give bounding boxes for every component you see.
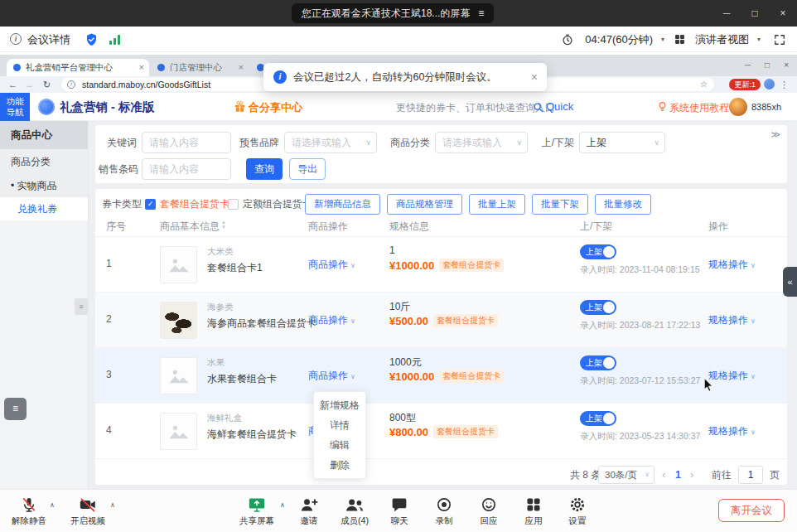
checkbox-package[interactable]: ✓ 套餐组合提货卡 (145, 194, 229, 215)
tab-close-icon[interactable]: × (139, 59, 144, 76)
browser-close-icon[interactable]: × (784, 55, 789, 76)
batch-off-button[interactable]: 批量下架 (532, 194, 588, 215)
product-op-label: 商品操作 (308, 259, 348, 270)
search-button[interactable]: 查询 (246, 158, 283, 180)
share-center-link[interactable]: 合分享中心 (249, 100, 302, 115)
product-op-link[interactable]: 商品操作∨ (308, 369, 355, 383)
dropdown-item-delete[interactable]: 删除 (314, 455, 365, 475)
page-size-select[interactable]: 30条/页 ∨ (598, 466, 655, 484)
dropdown-item-detail[interactable]: 详情 (314, 415, 365, 435)
browser-maximize-icon[interactable]: □ (765, 55, 770, 76)
sidebar-collapse-handle[interactable]: ≡ (75, 298, 88, 315)
shelf-toggle[interactable]: 上架 (580, 355, 616, 370)
spec-op-link[interactable]: 规格操作∨ (708, 258, 756, 272)
keyword-input[interactable] (142, 132, 231, 153)
spec-manage-button[interactable]: 商品规格管理 (387, 194, 462, 215)
mic-expand-icon[interactable]: ∧ (50, 501, 55, 509)
shelf-toggle[interactable]: 上架 (580, 244, 616, 259)
site-info-icon[interactable]: i (67, 80, 75, 89)
view-mode-label[interactable]: 演讲者视图 (695, 27, 749, 52)
leave-button[interactable]: 离开会议 (718, 499, 785, 522)
meeting-details-label[interactable]: 会议详情 (27, 27, 70, 52)
dropdown-item-edit[interactable]: 编辑 (314, 435, 365, 455)
shelf-toggle[interactable]: 上架 (580, 300, 616, 315)
record-button[interactable]: 录制 (421, 496, 467, 527)
browser-window-controls: ─ □ × (745, 55, 789, 76)
spec-op-link[interactable]: 规格操作∨ (708, 313, 756, 327)
view-caret-icon[interactable]: ▾ (757, 27, 761, 52)
row-no: 2 (106, 313, 112, 325)
collapse-filters-icon[interactable]: ≫ (770, 129, 780, 140)
browser-tab-active[interactable]: 礼盒营销平台管理中心 × (7, 59, 149, 76)
sidebar-item-physical[interactable]: • 实物商品 (0, 174, 88, 197)
mute-button[interactable]: 解除静音 (6, 496, 52, 527)
gift-icon (234, 100, 246, 113)
th-action: 操作 (708, 215, 728, 237)
banner-menu-icon[interactable]: ≡ (478, 7, 484, 19)
chat-button[interactable]: 聊天 (376, 496, 423, 527)
panel-collapse-handle[interactable]: « (783, 267, 797, 297)
timer-caret-icon[interactable]: ▾ (661, 27, 664, 52)
maximize-button[interactable]: □ (741, 0, 769, 27)
members-button[interactable]: 成员(4) (331, 496, 378, 527)
sidebar-item-voucher[interactable]: 兑换礼券 (0, 197, 88, 220)
dropdown-item-add-spec[interactable]: 新增规格 (314, 395, 365, 415)
share-expand-icon[interactable]: ∧ (280, 501, 285, 509)
toggle-knob (603, 302, 615, 313)
meeting-timer[interactable]: 04:47(60分钟) (585, 27, 653, 52)
network-signal-icon[interactable] (109, 35, 120, 45)
close-button[interactable]: × (769, 0, 797, 27)
table-row: 2 海参类 海参商品套餐组合提货卡 商品操作∨ 10斤 ¥500.00 套餐组合… (95, 293, 787, 348)
update-badge[interactable]: 更新:1 (729, 79, 761, 90)
shelf-toggle[interactable]: 上架 (580, 411, 616, 426)
shelf-select[interactable]: 上架 ∨ (579, 132, 665, 153)
add-product-button[interactable]: 新增商品信息 (305, 194, 380, 215)
checkbox-fixed[interactable]: 定额组合提货卡 (228, 194, 312, 215)
spec-op-link[interactable]: 规格操作∨ (708, 369, 756, 383)
quick-link[interactable]: Quick (546, 100, 573, 113)
brand-select[interactable]: 请选择或输入 ∨ (284, 132, 377, 153)
current-page[interactable]: 1 (675, 464, 681, 486)
browser-minimize-icon[interactable]: ─ (745, 55, 751, 76)
user-avatar[interactable] (729, 98, 747, 116)
browser-profile-avatar[interactable] (764, 79, 775, 89)
minimize-button[interactable]: ─ (712, 0, 741, 27)
settings-button[interactable]: 设置 (554, 496, 601, 527)
next-page-button[interactable]: › (690, 464, 693, 486)
sidebar-item-category[interactable]: 商品分类 (0, 149, 88, 174)
batch-on-button[interactable]: 批量上架 (469, 194, 525, 215)
prev-page-button[interactable]: ‹ (662, 464, 665, 486)
spec-price: ¥800.00 (389, 426, 428, 438)
nav-toggle[interactable]: 功能 导航 (0, 93, 30, 121)
sidebar-header[interactable]: 商品中心 (0, 121, 88, 149)
export-button[interactable]: 导出 (289, 158, 326, 180)
tutorial-link[interactable]: 系统使用教程 (669, 101, 729, 115)
goto-label: 前往 (712, 464, 732, 486)
barcode-input[interactable] (142, 158, 231, 180)
toast-close-icon[interactable]: × (531, 63, 538, 91)
sort-icon[interactable]: ▲ ▼ (221, 220, 226, 230)
spec-op-link[interactable]: 规格操作∨ (708, 424, 756, 438)
forward-button[interactable]: → (25, 76, 34, 93)
security-shield-icon[interactable] (85, 33, 98, 46)
browser-tab[interactable]: 门店管理中心 × (151, 59, 249, 76)
tab-close-icon[interactable]: × (239, 59, 244, 76)
invite-button[interactable]: 邀请 (286, 496, 332, 527)
video-expand-icon[interactable]: ∧ (110, 501, 115, 509)
product-op-link[interactable]: 商品操作∨ (308, 258, 355, 272)
refresh-button[interactable]: ↻ (43, 76, 51, 93)
apps-button[interactable]: 应用 (510, 496, 557, 527)
back-button[interactable]: ← (8, 76, 17, 93)
product-op-link[interactable]: 商品操作∨ (308, 313, 355, 327)
goto-input[interactable] (738, 466, 763, 484)
category-select[interactable]: 请选择或输入 ∨ (435, 132, 528, 153)
floating-panel-button[interactable]: ≡ (4, 398, 27, 420)
react-button[interactable]: 回应 (466, 496, 512, 527)
share-button[interactable]: 共享屏幕 (234, 496, 280, 527)
video-button[interactable]: 开启视频 (65, 496, 111, 527)
username[interactable]: 8385xh (751, 102, 781, 112)
batch-edit-button[interactable]: 批量修改 (595, 194, 651, 215)
bookmark-star-icon[interactable]: ☆ (700, 78, 708, 91)
browser-menu-icon[interactable]: ⋮ (780, 76, 789, 93)
fullscreen-icon[interactable] (774, 34, 785, 46)
